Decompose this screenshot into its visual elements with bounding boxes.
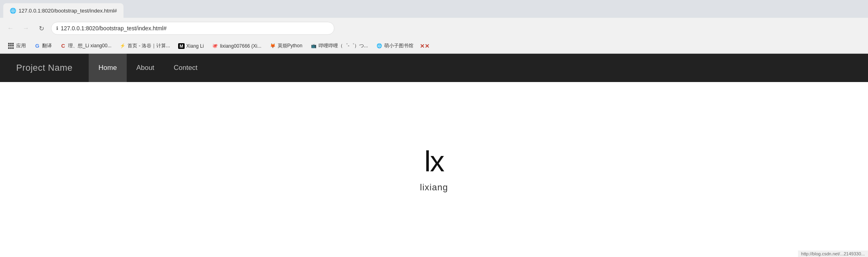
- bookmark-bilibili-label: 哔哩哔哩（゜-゜）つ...: [319, 42, 368, 49]
- bookmark-csdn[interactable]: C 理、想_Li xiang00...: [57, 41, 115, 51]
- nav-item-home: Home: [89, 54, 126, 82]
- bookmark-translate[interactable]: G 翻译: [31, 41, 55, 51]
- address-bar-row: ← → ↻ ℹ 127.0.0.1:8020/bootstrap_test/in…: [0, 18, 868, 39]
- bookmark-xx-icon: ✕✕: [421, 43, 428, 49]
- bookmark-bilibili[interactable]: 📺 哔哩哔哩（゜-゜）つ...: [307, 41, 371, 51]
- bookmark-github-icon: 🐙: [212, 43, 218, 49]
- bookmark-csdn-label: 理、想_Li xiang00...: [68, 42, 111, 49]
- nav-item-contact: Contect: [164, 54, 207, 82]
- nav-link-home[interactable]: Home: [89, 54, 126, 82]
- nav-item-about: About: [127, 54, 164, 82]
- status-bar: http://blog.csdn.net/...2149330...: [798, 251, 868, 257]
- main-content: lx lixiang: [0, 82, 868, 257]
- bookmark-github[interactable]: 🐙 lixiang007666 (Xi...: [208, 42, 264, 51]
- bookmark-translate-label: 翻译: [42, 42, 52, 49]
- logo-text: lixiang: [420, 182, 448, 193]
- navbar-nav: Home About Contect: [89, 54, 207, 82]
- browser-tab[interactable]: 🌐 127.0.0.1:8020/bootstrap_test/index.ht…: [3, 3, 123, 18]
- tab-favicon: 🌐: [10, 8, 16, 14]
- bookmark-bilibili-icon: 📺: [311, 43, 317, 49]
- bookmark-translate-icon: G: [34, 43, 40, 49]
- website-content: Project Name Home About Contect lx lixia…: [0, 54, 868, 257]
- apps-grid-icon: [8, 43, 15, 49]
- address-bar[interactable]: ℹ 127.0.0.1:8020/bootstrap_test/index.ht…: [51, 22, 334, 35]
- tab-title: 127.0.0.1:8020/bootstrap_test/index.html…: [19, 8, 117, 14]
- status-text: http://blog.csdn.net/...2149330...: [801, 251, 865, 256]
- browser-chrome: 🌐 127.0.0.1:8020/bootstrap_test/index.ht…: [0, 0, 868, 54]
- bookmark-apps-label: 应用: [16, 42, 26, 49]
- bookmark-medium-label: Xiang Li: [186, 43, 204, 49]
- bookmark-xiaozi[interactable]: 🌐 萌小子图书馆: [373, 41, 417, 51]
- bookmark-xiaozi-icon: 🌐: [376, 43, 383, 49]
- bookmark-mofan-icon: 🦊: [270, 43, 276, 49]
- nav-link-contact[interactable]: Contect: [164, 54, 207, 82]
- back-icon: ←: [7, 25, 14, 32]
- bookmark-github-label: lixiang007666 (Xi...: [220, 43, 261, 49]
- logo-symbol: lx: [424, 147, 444, 176]
- bookmark-mofan[interactable]: 🦊 莫烦Python: [266, 41, 306, 51]
- bookmark-csdn-icon: C: [60, 43, 66, 49]
- bookmark-luogu[interactable]: ⚡ 首页 - 洛谷｜计算...: [116, 41, 173, 51]
- bookmark-medium[interactable]: M Xiang Li: [175, 42, 207, 51]
- bookmark-xx[interactable]: ✕✕: [418, 42, 431, 51]
- address-text: 127.0.0.1:8020/bootstrap_test/index.html…: [61, 25, 167, 32]
- bookmark-apps[interactable]: 应用: [5, 41, 29, 51]
- refresh-icon: ↻: [39, 25, 44, 32]
- navbar-brand: Project Name: [16, 63, 72, 73]
- navbar: Project Name Home About Contect: [0, 54, 868, 82]
- bookmark-luogu-label: 首页 - 洛谷｜计算...: [128, 42, 170, 49]
- nav-link-about[interactable]: About: [127, 54, 164, 82]
- bookmark-luogu-icon: ⚡: [119, 43, 126, 49]
- lock-icon: ℹ: [56, 25, 58, 31]
- bookmark-mofan-label: 莫烦Python: [278, 42, 302, 49]
- bookmarks-bar: 应用 G 翻译 C 理、想_Li xiang00... ⚡ 首页 - 洛谷｜计算…: [0, 39, 868, 53]
- back-button[interactable]: ←: [5, 23, 16, 34]
- forward-icon: →: [23, 25, 29, 32]
- refresh-button[interactable]: ↻: [36, 23, 47, 34]
- tab-bar: 🌐 127.0.0.1:8020/bootstrap_test/index.ht…: [0, 0, 868, 18]
- bookmark-medium-icon: M: [178, 43, 185, 49]
- bookmark-xiaozi-label: 萌小子图书馆: [384, 42, 413, 49]
- forward-button[interactable]: →: [20, 23, 32, 34]
